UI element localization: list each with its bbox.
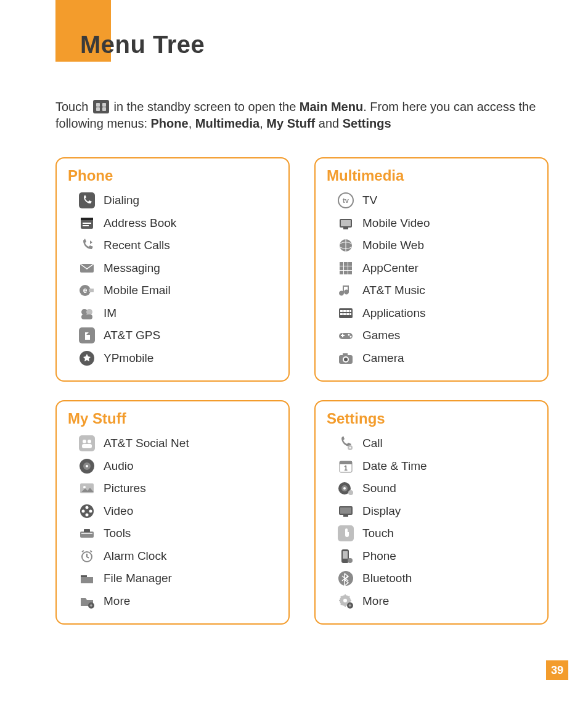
svg-rect-61: [80, 532, 94, 538]
svg-rect-22: [348, 262, 352, 266]
list-item-label: Mobile Video: [362, 215, 430, 232]
phoneset-icon: [338, 548, 354, 564]
svg-point-46: [344, 358, 348, 361]
audio-icon: [79, 458, 95, 474]
callset-icon: [338, 435, 354, 451]
list-item: Sound: [338, 477, 536, 500]
svg-rect-36: [346, 313, 349, 315]
list-item-label: Bluetooth: [362, 570, 412, 588]
svg-rect-47: [79, 435, 95, 451]
camera-icon: [338, 350, 354, 366]
list-item: Alarm Clock: [79, 545, 277, 568]
svg-point-60: [82, 509, 85, 512]
envelope-icon: [79, 260, 95, 276]
svg-rect-24: [344, 266, 348, 270]
phone-icon: [79, 192, 95, 208]
svg-rect-23: [340, 266, 343, 270]
social-icon: [79, 435, 95, 451]
list-item-label: Audio: [104, 458, 134, 475]
svg-rect-33: [349, 310, 351, 312]
card-phone: Phone DialingAddress BookRecent CallsMes…: [55, 157, 290, 382]
list-item-label: AT&T GPS: [104, 327, 160, 345]
svg-text:1: 1: [344, 465, 348, 472]
book-icon: [79, 215, 95, 231]
svg-rect-44: [343, 353, 348, 356]
svg-point-48: [83, 440, 86, 443]
svg-rect-8: [89, 289, 94, 292]
list-item-label: Mobile Email: [104, 282, 171, 300]
list-item-label: TV: [362, 192, 377, 210]
svg-point-87: [343, 599, 347, 602]
svg-rect-17: [341, 220, 351, 226]
list-item: Address Book: [79, 212, 277, 235]
list-item-label: Mobile Web: [362, 237, 424, 255]
pictures-icon: [79, 480, 95, 496]
im-icon: [79, 305, 95, 321]
sound-icon: [338, 480, 354, 496]
card-title-multimedia: Multimedia: [327, 167, 536, 184]
svg-rect-42: [342, 334, 343, 337]
svg-point-53: [86, 465, 88, 467]
list-item-label: More: [104, 593, 130, 610]
list-item: tvTV: [338, 189, 536, 212]
list-item: Pictures: [79, 477, 277, 500]
menu-grid: Phone DialingAddress BookRecent CallsMes…: [55, 157, 549, 625]
list-item-label: Applications: [362, 305, 425, 322]
tv-icon: tv: [338, 192, 354, 208]
svg-point-57: [86, 506, 89, 509]
list-item: Audio: [79, 455, 277, 478]
email-icon: e: [79, 282, 95, 298]
svg-rect-34: [340, 313, 343, 315]
svg-point-40: [350, 336, 352, 338]
list-item-label: AT&T Music: [362, 282, 425, 300]
list-item: Video: [79, 500, 277, 523]
list-item-label: Tools: [104, 525, 131, 543]
list-item-label: Messaging: [104, 260, 160, 277]
list-item-label: Date & Time: [362, 458, 427, 475]
svg-point-58: [89, 509, 92, 512]
svg-text:+: +: [348, 602, 351, 609]
list-item-label: Alarm Clock: [104, 548, 166, 565]
svg-rect-35: [343, 313, 346, 315]
more-icon: +: [79, 593, 95, 609]
gps-icon: [79, 327, 95, 343]
list-item: AT&T Social Net: [79, 432, 277, 455]
svg-rect-62: [84, 529, 90, 532]
intro-text: Touch in the standby screen to open the …: [55, 99, 536, 132]
svg-rect-83: [343, 551, 348, 559]
card-title-phone: Phone: [68, 167, 277, 184]
card-multimedia: Multimedia tvTVMobile VideoMobile WebApp…: [314, 157, 549, 382]
list-item-label: File Manager: [104, 570, 172, 588]
video-icon: [338, 215, 354, 231]
list-phone: DialingAddress BookRecent CallsMessaging…: [68, 189, 277, 369]
list-item: Bluetooth: [338, 567, 536, 590]
list-item: Messaging: [79, 257, 277, 280]
list-item: Mobile Video: [338, 212, 536, 235]
svg-rect-0: [79, 192, 95, 208]
list-item: Display: [338, 500, 536, 523]
svg-point-70: [349, 447, 351, 449]
list-item-label: More: [362, 593, 389, 610]
list-item-label: Address Book: [104, 215, 176, 232]
list-item-label: Dialing: [104, 192, 139, 210]
svg-rect-25: [348, 266, 352, 270]
list-item: AT&T GPS: [79, 324, 277, 347]
svg-rect-18: [343, 228, 348, 229]
page-title: Menu Tree: [80, 31, 205, 59]
svg-point-49: [88, 440, 91, 443]
folder-icon: [79, 570, 95, 586]
svg-rect-3: [83, 223, 91, 224]
list-item: eMobile Email: [79, 279, 277, 302]
list-item: Tools: [79, 522, 277, 545]
svg-rect-2: [81, 218, 93, 220]
list-item: AppCenter: [338, 257, 536, 280]
list-item-label: AppCenter: [362, 260, 419, 277]
list-item: File Manager: [79, 567, 277, 590]
display-icon: [338, 503, 354, 519]
svg-point-84: [348, 558, 353, 563]
card-title-settings: Settings: [327, 410, 536, 427]
calendar-icon: 1: [338, 458, 354, 474]
svg-rect-72: [340, 461, 352, 464]
svg-rect-20: [340, 262, 343, 266]
svg-rect-27: [344, 271, 348, 274]
